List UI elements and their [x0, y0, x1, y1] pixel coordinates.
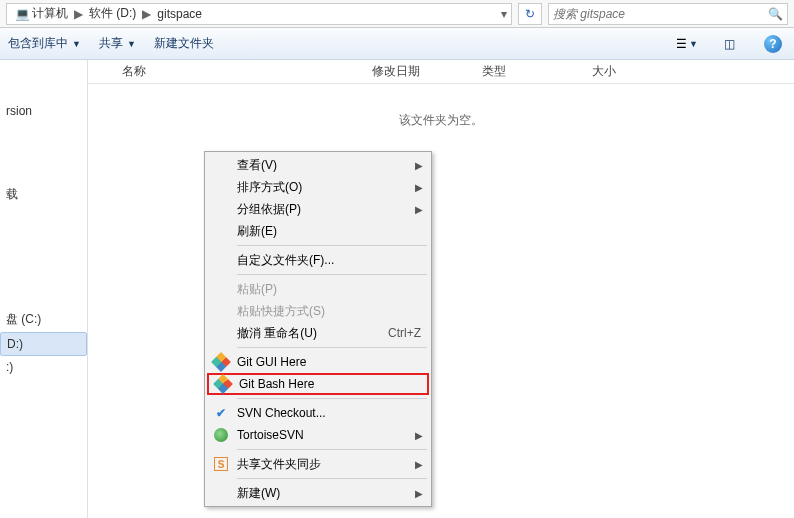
col-name[interactable]: 名称	[114, 63, 364, 80]
sidebar: rsion 载 盘 (C:) D:) :)	[0, 60, 88, 518]
bc-folder[interactable]: gitspace	[153, 7, 206, 21]
sidebar-item[interactable]: :)	[0, 356, 87, 378]
chevron-down-icon: ▼	[72, 39, 81, 49]
view-options-icon: ☰	[676, 37, 687, 51]
menu-git-gui[interactable]: Git GUI Here	[207, 351, 429, 373]
refresh-icon: ↻	[525, 7, 535, 21]
column-headers: 名称 修改日期 类型 大小	[88, 60, 794, 84]
separator	[237, 245, 427, 246]
chevron-right-icon: ▶	[415, 459, 423, 470]
chevron-right-icon[interactable]: ▶	[74, 7, 83, 21]
shortcut-text: Ctrl+Z	[388, 326, 421, 340]
separator	[237, 347, 427, 348]
col-date[interactable]: 修改日期	[364, 63, 474, 80]
menu-paste-shortcut: 粘贴快捷方式(S)	[207, 300, 429, 322]
computer-icon: 💻	[15, 7, 30, 21]
col-size[interactable]: 大小	[584, 63, 664, 80]
content-area[interactable]: 名称 修改日期 类型 大小 该文件夹为空。	[88, 60, 794, 518]
menu-paste: 粘贴(P)	[207, 278, 429, 300]
sidebar-item[interactable]: 载	[0, 182, 87, 207]
help-icon: ?	[764, 35, 782, 53]
breadcrumb-dropdown-icon[interactable]: ▾	[501, 7, 507, 21]
preview-pane-button[interactable]: ◫	[716, 33, 742, 55]
bc-drive[interactable]: 软件 (D:)	[85, 5, 140, 22]
chevron-right-icon: ▶	[415, 160, 423, 171]
chevron-down-icon: ▼	[689, 39, 698, 49]
share-label: 共享	[99, 35, 123, 52]
new-folder-button[interactable]: 新建文件夹	[154, 35, 214, 52]
menu-git-bash[interactable]: Git Bash Here	[207, 373, 429, 395]
sync-icon: S	[214, 457, 228, 471]
chevron-right-icon[interactable]: ▶	[142, 7, 151, 21]
sidebar-item[interactable]: 盘 (C:)	[0, 307, 87, 332]
separator	[237, 274, 427, 275]
menu-view[interactable]: 查看(V)▶	[207, 154, 429, 176]
separator	[237, 398, 427, 399]
chevron-right-icon: ▶	[415, 430, 423, 441]
git-icon	[211, 352, 231, 372]
sidebar-item[interactable]: rsion	[0, 100, 87, 122]
separator	[237, 449, 427, 450]
chevron-right-icon: ▶	[415, 488, 423, 499]
include-label: 包含到库中	[8, 35, 68, 52]
search-box[interactable]: 🔍	[548, 3, 788, 25]
col-type[interactable]: 类型	[474, 63, 584, 80]
git-icon	[213, 374, 233, 394]
view-options-button[interactable]: ☰ ▼	[676, 37, 698, 51]
menu-group[interactable]: 分组依据(P)▶	[207, 198, 429, 220]
menu-sort[interactable]: 排序方式(O)▶	[207, 176, 429, 198]
menu-share-sync[interactable]: S共享文件夹同步▶	[207, 453, 429, 475]
search-input[interactable]	[553, 7, 764, 21]
chevron-down-icon: ▼	[127, 39, 136, 49]
context-menu: 查看(V)▶ 排序方式(O)▶ 分组依据(P)▶ 刷新(E) 自定义文件夹(F)…	[204, 151, 432, 507]
menu-svn-checkout[interactable]: ✔SVN Checkout...	[207, 402, 429, 424]
svn-checkout-icon: ✔	[214, 406, 228, 420]
chevron-right-icon: ▶	[415, 182, 423, 193]
bc-root-label: 计算机	[32, 5, 68, 22]
menu-tortoisesvn[interactable]: TortoiseSVN▶	[207, 424, 429, 446]
menu-refresh[interactable]: 刷新(E)	[207, 220, 429, 242]
menu-new[interactable]: 新建(W)▶	[207, 482, 429, 504]
breadcrumb[interactable]: 💻 计算机 ▶ 软件 (D:) ▶ gitspace ▾	[6, 3, 512, 25]
search-icon[interactable]: 🔍	[768, 7, 783, 21]
chevron-right-icon: ▶	[415, 204, 423, 215]
include-in-library-button[interactable]: 包含到库中 ▼	[8, 35, 81, 52]
menu-customize-folder[interactable]: 自定义文件夹(F)...	[207, 249, 429, 271]
refresh-button[interactable]: ↻	[518, 3, 542, 25]
preview-pane-icon: ◫	[724, 37, 735, 51]
toolbar: 包含到库中 ▼ 共享 ▼ 新建文件夹 ☰ ▼ ◫ ?	[0, 28, 794, 60]
empty-folder-message: 该文件夹为空。	[88, 112, 794, 129]
bc-root[interactable]: 💻 计算机	[11, 5, 72, 22]
sidebar-item-selected[interactable]: D:)	[0, 332, 87, 356]
tortoise-icon	[214, 428, 228, 442]
menu-undo-rename[interactable]: 撤消 重命名(U)Ctrl+Z	[207, 322, 429, 344]
share-button[interactable]: 共享 ▼	[99, 35, 136, 52]
newfolder-label: 新建文件夹	[154, 35, 214, 52]
help-button[interactable]: ?	[760, 33, 786, 55]
separator	[237, 478, 427, 479]
address-bar: 💻 计算机 ▶ 软件 (D:) ▶ gitspace ▾ ↻ 🔍	[0, 0, 794, 28]
